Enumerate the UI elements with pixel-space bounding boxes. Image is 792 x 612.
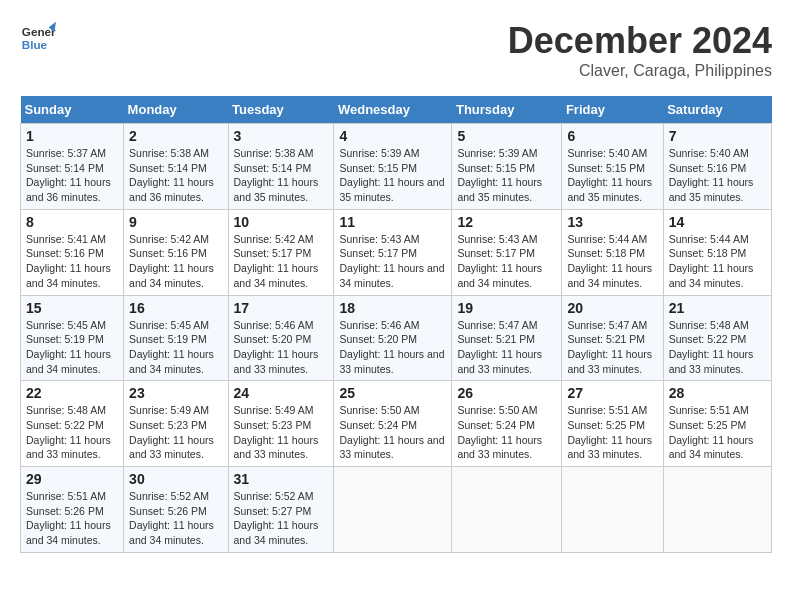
day-number: 14 <box>669 214 766 230</box>
calendar-cell: 9 Sunrise: 5:42 AMSunset: 5:16 PMDayligh… <box>124 209 228 295</box>
calendar-cell: 25 Sunrise: 5:50 AMSunset: 5:24 PMDaylig… <box>334 381 452 467</box>
day-number: 15 <box>26 300 118 316</box>
calendar-cell: 13 Sunrise: 5:44 AMSunset: 5:18 PMDaylig… <box>562 209 663 295</box>
day-number: 13 <box>567 214 657 230</box>
calendar-cell: 2 Sunrise: 5:38 AMSunset: 5:14 PMDayligh… <box>124 124 228 210</box>
day-number: 20 <box>567 300 657 316</box>
day-number: 5 <box>457 128 556 144</box>
day-details: Sunrise: 5:42 AMSunset: 5:16 PMDaylight:… <box>129 233 214 289</box>
day-number: 29 <box>26 471 118 487</box>
calendar-cell: 6 Sunrise: 5:40 AMSunset: 5:15 PMDayligh… <box>562 124 663 210</box>
day-details: Sunrise: 5:41 AMSunset: 5:16 PMDaylight:… <box>26 233 111 289</box>
calendar-cell: 12 Sunrise: 5:43 AMSunset: 5:17 PMDaylig… <box>452 209 562 295</box>
logo: General Blue <box>20 20 56 56</box>
day-details: Sunrise: 5:45 AMSunset: 5:19 PMDaylight:… <box>26 319 111 375</box>
day-number: 30 <box>129 471 222 487</box>
day-details: Sunrise: 5:50 AMSunset: 5:24 PMDaylight:… <box>457 404 542 460</box>
day-details: Sunrise: 5:49 AMSunset: 5:23 PMDaylight:… <box>129 404 214 460</box>
page-header: General Blue December 2024 Claver, Carag… <box>20 20 772 80</box>
calendar-cell: 17 Sunrise: 5:46 AMSunset: 5:20 PMDaylig… <box>228 295 334 381</box>
day-number: 28 <box>669 385 766 401</box>
calendar-cell: 8 Sunrise: 5:41 AMSunset: 5:16 PMDayligh… <box>21 209 124 295</box>
day-details: Sunrise: 5:49 AMSunset: 5:23 PMDaylight:… <box>234 404 319 460</box>
day-details: Sunrise: 5:51 AMSunset: 5:26 PMDaylight:… <box>26 490 111 546</box>
logo-icon: General Blue <box>20 20 56 56</box>
calendar-cell: 30 Sunrise: 5:52 AMSunset: 5:26 PMDaylig… <box>124 467 228 553</box>
calendar-cell: 18 Sunrise: 5:46 AMSunset: 5:20 PMDaylig… <box>334 295 452 381</box>
day-details: Sunrise: 5:47 AMSunset: 5:21 PMDaylight:… <box>567 319 652 375</box>
calendar-cell: 4 Sunrise: 5:39 AMSunset: 5:15 PMDayligh… <box>334 124 452 210</box>
calendar-cell <box>334 467 452 553</box>
day-number: 22 <box>26 385 118 401</box>
day-number: 7 <box>669 128 766 144</box>
calendar-week-row: 29 Sunrise: 5:51 AMSunset: 5:26 PMDaylig… <box>21 467 772 553</box>
col-tuesday: Tuesday <box>228 96 334 124</box>
day-number: 24 <box>234 385 329 401</box>
calendar-cell: 5 Sunrise: 5:39 AMSunset: 5:15 PMDayligh… <box>452 124 562 210</box>
day-details: Sunrise: 5:43 AMSunset: 5:17 PMDaylight:… <box>339 233 444 289</box>
day-number: 4 <box>339 128 446 144</box>
calendar-cell <box>663 467 771 553</box>
day-number: 23 <box>129 385 222 401</box>
day-number: 11 <box>339 214 446 230</box>
day-number: 18 <box>339 300 446 316</box>
day-number: 26 <box>457 385 556 401</box>
month-title: December 2024 <box>508 20 772 62</box>
calendar-cell: 26 Sunrise: 5:50 AMSunset: 5:24 PMDaylig… <box>452 381 562 467</box>
day-details: Sunrise: 5:48 AMSunset: 5:22 PMDaylight:… <box>26 404 111 460</box>
svg-text:Blue: Blue <box>22 38 48 51</box>
day-details: Sunrise: 5:44 AMSunset: 5:18 PMDaylight:… <box>567 233 652 289</box>
calendar-cell: 24 Sunrise: 5:49 AMSunset: 5:23 PMDaylig… <box>228 381 334 467</box>
day-number: 12 <box>457 214 556 230</box>
day-details: Sunrise: 5:43 AMSunset: 5:17 PMDaylight:… <box>457 233 542 289</box>
calendar-cell: 19 Sunrise: 5:47 AMSunset: 5:21 PMDaylig… <box>452 295 562 381</box>
title-block: December 2024 Claver, Caraga, Philippine… <box>508 20 772 80</box>
calendar-cell: 22 Sunrise: 5:48 AMSunset: 5:22 PMDaylig… <box>21 381 124 467</box>
day-details: Sunrise: 5:52 AMSunset: 5:26 PMDaylight:… <box>129 490 214 546</box>
day-details: Sunrise: 5:50 AMSunset: 5:24 PMDaylight:… <box>339 404 444 460</box>
day-number: 9 <box>129 214 222 230</box>
calendar-cell: 1 Sunrise: 5:37 AMSunset: 5:14 PMDayligh… <box>21 124 124 210</box>
col-sunday: Sunday <box>21 96 124 124</box>
calendar-week-row: 1 Sunrise: 5:37 AMSunset: 5:14 PMDayligh… <box>21 124 772 210</box>
day-details: Sunrise: 5:46 AMSunset: 5:20 PMDaylight:… <box>234 319 319 375</box>
day-details: Sunrise: 5:51 AMSunset: 5:25 PMDaylight:… <box>669 404 754 460</box>
day-details: Sunrise: 5:45 AMSunset: 5:19 PMDaylight:… <box>129 319 214 375</box>
day-number: 19 <box>457 300 556 316</box>
day-details: Sunrise: 5:39 AMSunset: 5:15 PMDaylight:… <box>339 147 444 203</box>
calendar-cell: 7 Sunrise: 5:40 AMSunset: 5:16 PMDayligh… <box>663 124 771 210</box>
calendar-cell: 31 Sunrise: 5:52 AMSunset: 5:27 PMDaylig… <box>228 467 334 553</box>
day-number: 6 <box>567 128 657 144</box>
calendar-cell: 16 Sunrise: 5:45 AMSunset: 5:19 PMDaylig… <box>124 295 228 381</box>
day-details: Sunrise: 5:42 AMSunset: 5:17 PMDaylight:… <box>234 233 319 289</box>
day-number: 31 <box>234 471 329 487</box>
calendar-cell: 10 Sunrise: 5:42 AMSunset: 5:17 PMDaylig… <box>228 209 334 295</box>
calendar-cell <box>562 467 663 553</box>
day-details: Sunrise: 5:46 AMSunset: 5:20 PMDaylight:… <box>339 319 444 375</box>
day-number: 21 <box>669 300 766 316</box>
calendar-cell <box>452 467 562 553</box>
calendar-cell: 11 Sunrise: 5:43 AMSunset: 5:17 PMDaylig… <box>334 209 452 295</box>
day-details: Sunrise: 5:48 AMSunset: 5:22 PMDaylight:… <box>669 319 754 375</box>
day-details: Sunrise: 5:38 AMSunset: 5:14 PMDaylight:… <box>129 147 214 203</box>
day-details: Sunrise: 5:40 AMSunset: 5:16 PMDaylight:… <box>669 147 754 203</box>
day-number: 16 <box>129 300 222 316</box>
calendar-cell: 23 Sunrise: 5:49 AMSunset: 5:23 PMDaylig… <box>124 381 228 467</box>
col-saturday: Saturday <box>663 96 771 124</box>
calendar-header-row: Sunday Monday Tuesday Wednesday Thursday… <box>21 96 772 124</box>
calendar-cell: 20 Sunrise: 5:47 AMSunset: 5:21 PMDaylig… <box>562 295 663 381</box>
day-number: 1 <box>26 128 118 144</box>
calendar-table: Sunday Monday Tuesday Wednesday Thursday… <box>20 96 772 553</box>
calendar-cell: 27 Sunrise: 5:51 AMSunset: 5:25 PMDaylig… <box>562 381 663 467</box>
day-number: 8 <box>26 214 118 230</box>
calendar-week-row: 15 Sunrise: 5:45 AMSunset: 5:19 PMDaylig… <box>21 295 772 381</box>
calendar-cell: 15 Sunrise: 5:45 AMSunset: 5:19 PMDaylig… <box>21 295 124 381</box>
day-details: Sunrise: 5:51 AMSunset: 5:25 PMDaylight:… <box>567 404 652 460</box>
calendar-cell: 21 Sunrise: 5:48 AMSunset: 5:22 PMDaylig… <box>663 295 771 381</box>
col-friday: Friday <box>562 96 663 124</box>
day-details: Sunrise: 5:37 AMSunset: 5:14 PMDaylight:… <box>26 147 111 203</box>
calendar-cell: 28 Sunrise: 5:51 AMSunset: 5:25 PMDaylig… <box>663 381 771 467</box>
day-details: Sunrise: 5:40 AMSunset: 5:15 PMDaylight:… <box>567 147 652 203</box>
calendar-cell: 3 Sunrise: 5:38 AMSunset: 5:14 PMDayligh… <box>228 124 334 210</box>
col-monday: Monday <box>124 96 228 124</box>
